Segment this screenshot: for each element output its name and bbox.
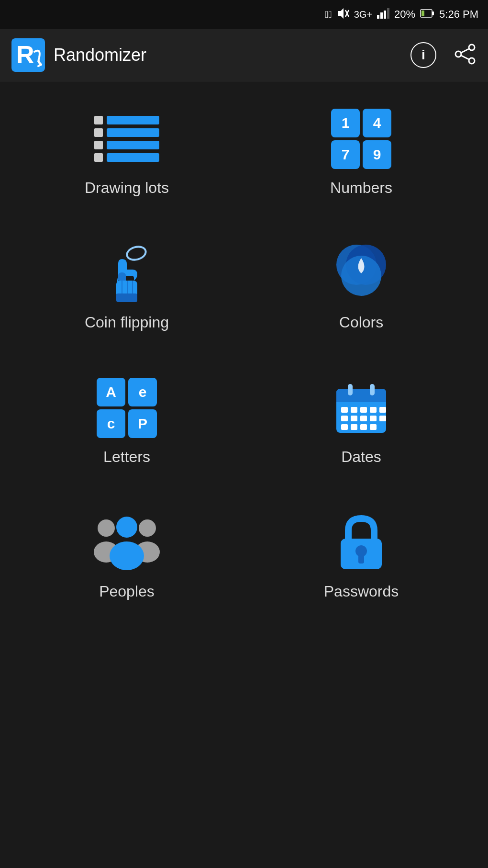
svg-rect-28 [336, 396, 386, 402]
passwords-item[interactable]: Passwords [244, 504, 478, 610]
info-button[interactable]: i [410, 42, 436, 68]
svg-rect-31 [341, 407, 348, 413]
eye-off-icon: 👁⃣ [325, 9, 332, 20]
svg-rect-29 [348, 384, 353, 395]
svg-rect-34 [370, 407, 377, 413]
num-cell-1: 1 [331, 109, 360, 137]
svg-rect-40 [379, 416, 386, 421]
battery-icon [420, 9, 434, 20]
app-bar: R Randomizer i [0, 29, 488, 81]
num-cell-7: 7 [331, 140, 360, 169]
drawing-lots-label: Drawing lots [85, 179, 169, 197]
letter-cell-A: A [97, 378, 125, 406]
signal-icon [377, 8, 389, 21]
coin-flip-icon-area [89, 245, 165, 302]
coin-flip-icon [96, 245, 158, 302]
app-title: Randomizer [54, 45, 410, 65]
svg-rect-3 [377, 15, 379, 19]
svg-rect-6 [387, 8, 389, 19]
svg-rect-9 [432, 11, 434, 15]
svg-rect-38 [360, 416, 367, 421]
colors-icon [330, 245, 392, 302]
letters-icon-area: A e c P [89, 379, 165, 437]
coin-flipping-label: Coin flipping [85, 314, 169, 331]
letters-icon: A e c P [97, 378, 157, 438]
letter-cell-c: c [97, 409, 125, 438]
numbers-label: Numbers [330, 179, 392, 197]
svg-rect-44 [370, 424, 377, 430]
svg-marker-0 [338, 8, 344, 19]
time-label: 5:26 PM [439, 8, 478, 21]
svg-point-45 [98, 519, 115, 537]
app-logo: R [11, 38, 45, 72]
svg-rect-37 [351, 416, 357, 421]
svg-rect-19 [116, 293, 137, 302]
dates-icon [333, 379, 390, 437]
svg-point-17 [125, 245, 147, 261]
svg-point-50 [110, 541, 144, 570]
num-cell-9: 9 [363, 140, 391, 169]
svg-point-47 [139, 519, 156, 537]
letter-cell-e: e [128, 378, 157, 406]
peoples-icon-area [89, 514, 165, 571]
app-bar-actions: i [410, 42, 477, 68]
svg-rect-35 [379, 407, 386, 413]
svg-rect-8 [421, 11, 424, 16]
numbers-icon-area: 1 4 7 9 [323, 110, 399, 168]
drawing-lots-item[interactable]: Drawing lots [10, 101, 244, 206]
dates-item[interactable]: Dates [244, 370, 478, 475]
numbers-item[interactable]: 1 4 7 9 Numbers [244, 101, 478, 206]
peoples-label: Peoples [99, 583, 155, 600]
passwords-icon-area [323, 514, 399, 571]
num-cell-4: 4 [363, 109, 391, 137]
status-bar: 👁⃣ 3G+ 20% [0, 0, 488, 29]
peoples-item[interactable]: Peoples [10, 504, 244, 610]
letters-item[interactable]: A e c P Letters [10, 370, 244, 475]
coin-flipping-item[interactable]: Coin flipping [10, 235, 244, 341]
svg-rect-41 [341, 424, 348, 430]
share-icon [454, 44, 477, 65]
status-icons: 👁⃣ 3G+ 20% [325, 8, 478, 21]
svg-rect-39 [370, 416, 377, 421]
colors-label: Colors [339, 314, 383, 331]
drawing-lots-icon [94, 116, 159, 162]
mute-icon [337, 8, 349, 21]
svg-rect-33 [360, 407, 367, 413]
dates-label: Dates [341, 448, 381, 466]
main-grid: Drawing lots 1 4 7 9 Numbers [0, 81, 488, 629]
colors-icon-area [323, 245, 399, 302]
svg-rect-36 [341, 416, 348, 421]
svg-rect-53 [358, 555, 364, 564]
passwords-label: Passwords [324, 583, 399, 600]
svg-point-12 [469, 45, 475, 50]
battery-label: 20% [394, 8, 415, 21]
svg-rect-32 [351, 407, 357, 413]
svg-text:R: R [16, 41, 34, 68]
svg-rect-43 [360, 424, 367, 430]
info-icon: i [421, 47, 425, 63]
svg-point-14 [455, 51, 461, 57]
passwords-icon [335, 514, 388, 571]
svg-point-49 [116, 517, 137, 538]
drawing-lots-icon-area [89, 110, 165, 168]
numbers-icon: 1 4 7 9 [331, 109, 391, 169]
svg-rect-30 [370, 384, 375, 395]
svg-rect-42 [351, 424, 357, 430]
svg-line-15 [461, 49, 469, 53]
svg-point-13 [469, 58, 475, 64]
colors-item[interactable]: Colors [244, 235, 478, 341]
dates-icon-area [323, 379, 399, 437]
svg-rect-4 [380, 12, 383, 19]
letters-label: Letters [103, 448, 150, 466]
peoples-icon [91, 514, 163, 571]
svg-line-16 [461, 56, 469, 59]
network-type-label: 3G+ [354, 9, 372, 20]
share-button[interactable] [454, 44, 477, 67]
svg-rect-5 [384, 11, 386, 19]
letter-cell-P: P [128, 409, 157, 438]
